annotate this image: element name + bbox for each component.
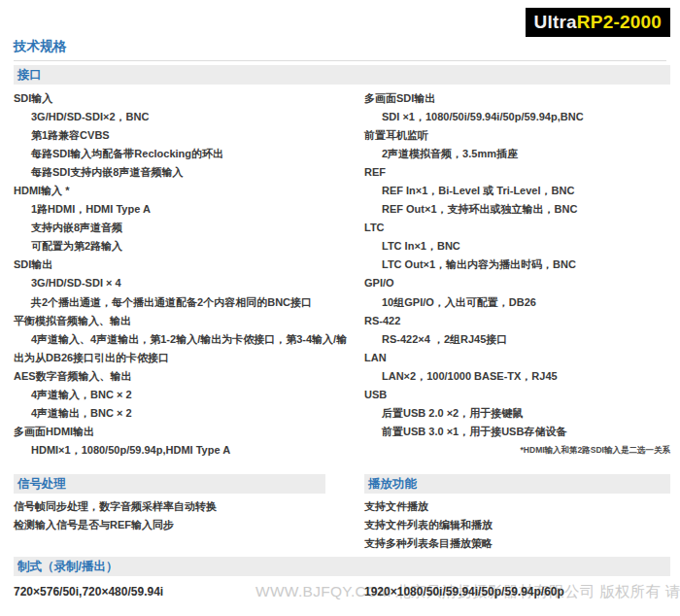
format-hd-value: 1920×1080/50i/59.94i/50p/59.94p/60p bbox=[364, 584, 670, 599]
section-title-signal-processing: 信号处理 bbox=[17, 477, 66, 491]
spec-line: SDI ×1，1080/50i/59.94i/50p/59.94p,BNC bbox=[364, 108, 670, 126]
spec-line: AES数字音频输入、输出 bbox=[14, 367, 356, 386]
spec-line: REF Out×1，支持环出或独立输出，BNC bbox=[364, 200, 670, 219]
spec-line: 共2个播出通道，每个播出通道配备2个内容相同的BNC接口 bbox=[14, 293, 356, 312]
spec-line: 3G/HD/SD-SDI×2，BNC bbox=[14, 108, 356, 126]
section-header-signal-processing: 信号处理 bbox=[14, 474, 325, 494]
spec-line: 4声道输入，BNC × 2 bbox=[14, 386, 356, 404]
signal-processing-list: 信号帧同步处理，数字音频采样率自动转换检测输入信号是否与REF输入同步 bbox=[14, 497, 325, 534]
spec-line: HDMI输入 * bbox=[14, 182, 356, 200]
section-header-interface: 接口 bbox=[14, 65, 670, 85]
spec-page: WWW.BJFQY.COM 北京风清扬摄影器材有限公司 版权所有 请勿盗图 Ul… bbox=[0, 0, 680, 616]
format-sd-value: 720×576/50i,720×480/59.94i bbox=[14, 584, 364, 599]
spec-line: 每路SDI输入均配备带Reclocking的环出 bbox=[14, 145, 356, 163]
brand-model: RP2-2000 bbox=[577, 12, 662, 32]
spec-line: 平衡模拟音频输入、输出 bbox=[14, 312, 356, 330]
section-title-interface: 接口 bbox=[17, 68, 42, 82]
section-header-format: 制式（录制/播出） bbox=[14, 557, 670, 576]
spec-line: HDMI×1，1080/50p/59.94p,HDMI Type A bbox=[14, 441, 356, 460]
spec-line: SDI输出 bbox=[14, 256, 356, 274]
spec-line: 可配置为第2路输入 bbox=[14, 237, 356, 256]
spec-line: 1路HDMI，HDMI Type A bbox=[14, 200, 356, 219]
spec-line: 支持多种列表条目播放策略 bbox=[364, 534, 670, 553]
spec-line: RS-422 bbox=[364, 312, 670, 330]
spec-line: 后置USB 2.0 ×2，用于接键鼠 bbox=[364, 404, 670, 423]
signal-processing-section: 信号处理 信号帧同步处理，数字音频采样率自动转换检测输入信号是否与REF输入同步 bbox=[14, 474, 325, 553]
spec-line: RS-422×4 ，2组RJ45接口 bbox=[364, 330, 670, 349]
spec-line: 10组GPI/O，入出可配置，DB26 bbox=[364, 293, 670, 312]
spec-line: 信号帧同步处理，数字音频采样率自动转换 bbox=[14, 497, 325, 516]
spec-line: 检测输入信号是否与REF输入同步 bbox=[14, 516, 325, 534]
spec-line: 4声道输出，BNC × 2 bbox=[14, 404, 356, 423]
spec-line: 第1路兼容CVBS bbox=[14, 126, 356, 145]
interface-left-column: SDI输入3G/HD/SD-SDI×2，BNC第1路兼容CVBS每路SDI输入均… bbox=[14, 89, 356, 460]
playback-section: 播放功能 支持文件播放支持文件列表的编辑和播放支持多种列表条目播放策略 bbox=[364, 474, 670, 553]
section-title-playback: 播放功能 bbox=[368, 477, 417, 491]
spec-line: SDI输入 bbox=[14, 89, 356, 108]
spec-line: LTC In×1，BNC bbox=[364, 237, 670, 256]
spec-line: 3G/HD/SD-SDI × 4 bbox=[14, 274, 356, 292]
spec-line: 多画面HDMI输出 bbox=[14, 423, 356, 441]
spec-line: 支持内嵌8声道音频 bbox=[14, 219, 356, 237]
spec-line: LTC Out×1，输出内容为播出时码，BNC bbox=[364, 256, 670, 274]
spec-line: LTC bbox=[364, 219, 670, 237]
section-header-playback: 播放功能 bbox=[364, 474, 670, 494]
title-divider bbox=[14, 60, 666, 61]
spec-line: 前置USB 3.0 ×1，用于接USB存储设备 bbox=[364, 423, 670, 441]
playback-list: 支持文件播放支持文件列表的编辑和播放支持多种列表条目播放策略 bbox=[364, 497, 670, 553]
spec-line: REF bbox=[364, 163, 670, 182]
interface-right-list: 多画面SDI输出SDI ×1，1080/50i/59.94i/50p/59.94… bbox=[364, 89, 670, 441]
page-title: 技术规格 bbox=[14, 39, 680, 54]
interface-columns: SDI输入3G/HD/SD-SDI×2，BNC第1路兼容CVBS每路SDI输入均… bbox=[14, 89, 670, 460]
format-values-row: 720×576/50i,720×480/59.94i 1920×1080/50i… bbox=[14, 584, 670, 599]
brand-prefix: Ultra bbox=[534, 12, 577, 32]
spec-line: 2声道模拟音频，3.5mm插座 bbox=[364, 145, 670, 163]
spec-line: 支持文件列表的编辑和播放 bbox=[364, 516, 670, 534]
spec-line: USB bbox=[364, 386, 670, 404]
middle-sections-row: 信号处理 信号帧同步处理，数字音频采样率自动转换检测输入信号是否与REF输入同步… bbox=[14, 474, 670, 553]
spec-line: LAN bbox=[364, 349, 670, 367]
spec-line: 4声道输入、4声道输出，第1-2输入/输出为卡侬接口，第3-4输入/输出为从DB… bbox=[14, 330, 356, 367]
spec-line: GPI/O bbox=[364, 274, 670, 292]
brand-logo: UltraRP2-2000 bbox=[526, 8, 670, 37]
interface-footnote: *HDMI输入和第2路SDI输入是二选一关系 bbox=[364, 444, 670, 456]
spec-line: REF In×1，Bi-Level 或 Tri-Level，BNC bbox=[364, 182, 670, 200]
spec-line: 前置耳机监听 bbox=[364, 126, 670, 145]
spec-line: 每路SDI支持内嵌8声道音频输入 bbox=[14, 163, 356, 182]
spec-line: LAN×2，100/1000 BASE-TX，RJ45 bbox=[364, 367, 670, 386]
interface-right-column: 多画面SDI输出SDI ×1，1080/50i/59.94i/50p/59.94… bbox=[356, 89, 670, 460]
section-title-format: 制式（录制/播出） bbox=[17, 560, 118, 573]
spec-line: 支持文件播放 bbox=[364, 497, 670, 516]
spec-line: 多画面SDI输出 bbox=[364, 89, 670, 108]
